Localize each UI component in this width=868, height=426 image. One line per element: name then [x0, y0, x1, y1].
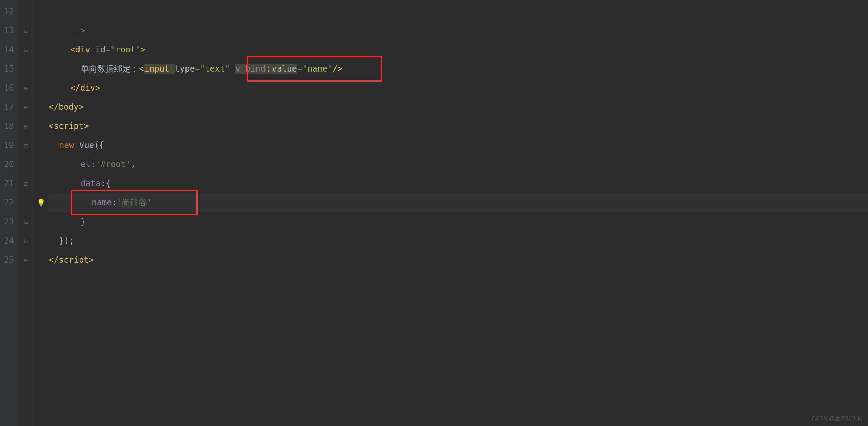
colon: :: [91, 159, 96, 169]
line-number: 12: [0, 2, 19, 21]
line-number: 14: [0, 40, 19, 59]
line-number: 13: [0, 21, 19, 40]
tag-input: input: [144, 64, 175, 74]
quote-close: ": [328, 64, 332, 74]
code-line[interactable]: });: [49, 231, 868, 251]
hint-cell: [33, 2, 49, 21]
code-line[interactable]: el:'#root',: [49, 155, 868, 174]
tag-div: div: [75, 45, 95, 55]
line-number: 25: [0, 251, 19, 270]
fold-marker: [19, 2, 33, 21]
hint-cell: [33, 98, 49, 117]
bracket-close: >: [89, 255, 94, 265]
hint-cell: [33, 174, 49, 193]
quote-open: ": [200, 64, 205, 74]
code-area[interactable]: --> <div id="root"> 单向数据绑定：<input type="…: [49, 0, 868, 426]
code-line[interactable]: -->: [49, 21, 868, 40]
code-line[interactable]: </body>: [49, 98, 868, 117]
fold-marker[interactable]: ⊟: [19, 98, 33, 117]
bracket-open: <: [70, 45, 75, 55]
hint-cell: [33, 155, 49, 174]
line-number: 15: [0, 59, 19, 79]
hint-cell: [33, 21, 49, 40]
attr-value-text: text: [205, 64, 225, 74]
line-number: 17: [0, 98, 19, 117]
bracket-close: >: [140, 45, 145, 55]
fold-marker[interactable]: ⊟: [19, 231, 33, 251]
quote-open: ": [302, 64, 307, 74]
bracket-open: </: [49, 102, 59, 112]
prop-data: data: [81, 179, 101, 188]
watermark: CSDN @生产队队长: [812, 415, 862, 423]
attr-value-bind: value: [272, 64, 297, 74]
fold-marker[interactable]: ⊟: [19, 117, 33, 136]
fold-marker[interactable]: ⊟: [19, 21, 33, 40]
hint-cell[interactable]: 💡: [33, 193, 49, 212]
hint-gutter[interactable]: 💡: [33, 0, 49, 426]
code-line[interactable]: }: [49, 212, 868, 231]
hint-cell: [33, 79, 49, 98]
code-line-active[interactable]: name:'尚硅谷': [49, 193, 868, 212]
directive-vbind: v-bind: [235, 64, 266, 74]
attr-value-name: name: [307, 64, 328, 74]
hint-cell: [33, 40, 49, 59]
code-line[interactable]: 单向数据绑定：<input type="text" v-bind:value="…: [49, 59, 868, 79]
comment-close: -->: [70, 26, 85, 35]
bracket-open: <: [49, 121, 53, 131]
hint-cell: [33, 59, 49, 79]
tag-selfclose: />: [332, 64, 342, 74]
fold-marker: [19, 155, 33, 174]
comma: ,: [131, 159, 136, 169]
fold-marker[interactable]: ⊟: [19, 79, 33, 98]
fold-marker: [19, 59, 33, 79]
bracket-open: <: [139, 64, 144, 74]
lightbulb-icon[interactable]: 💡: [36, 199, 46, 207]
code-line[interactable]: [49, 2, 868, 21]
fold-marker[interactable]: ⊟: [19, 174, 33, 193]
code-line[interactable]: new Vue({: [49, 136, 868, 155]
code-editor[interactable]: 1213141516171819202122232425 ⊟⊟⊟⊟⊟⊟⊟⊟⊟⊟ …: [0, 0, 868, 426]
fold-gutter[interactable]: ⊟⊟⊟⊟⊟⊟⊟⊟⊟⊟: [19, 0, 33, 426]
colon: :: [101, 179, 106, 188]
code-line[interactable]: <script>: [49, 117, 868, 136]
brace-close: }: [81, 217, 85, 227]
fold-marker[interactable]: ⊟: [19, 251, 33, 270]
code-line[interactable]: data:{: [49, 174, 868, 193]
tag-script-close: script: [59, 255, 89, 265]
line-number: 21: [0, 174, 19, 193]
code-line[interactable]: </script>: [49, 251, 868, 270]
bracket-close: >: [79, 102, 84, 112]
line-number: 18: [0, 117, 19, 136]
fold-marker[interactable]: ⊟: [19, 212, 33, 231]
attr-value-root: root: [115, 45, 135, 55]
line-number: 23: [0, 212, 19, 231]
attr-type: type: [175, 64, 195, 74]
equals: =: [297, 64, 302, 74]
tag-script: script: [53, 121, 84, 131]
equals: =: [105, 45, 110, 55]
space: [230, 64, 235, 74]
line-number-gutter[interactable]: 1213141516171819202122232425: [0, 0, 19, 426]
paren-open: ({: [94, 140, 104, 150]
attr-id: id: [95, 45, 105, 55]
bracket-open: </: [70, 83, 80, 93]
colon: :: [112, 198, 117, 207]
equals: =: [195, 64, 200, 74]
bracket-close: >: [84, 121, 89, 131]
hint-cell: [33, 212, 49, 231]
line-number: 19: [0, 136, 19, 155]
quote-close: ": [225, 64, 230, 74]
fold-marker: [19, 193, 33, 212]
code-line[interactable]: </div>: [49, 79, 868, 98]
keyword-new: new: [59, 140, 79, 150]
code-line[interactable]: <div id="root">: [49, 40, 868, 59]
hint-cell: [33, 251, 49, 270]
fold-marker[interactable]: ⊟: [19, 40, 33, 59]
colon: :: [266, 64, 271, 74]
line-number: 16: [0, 79, 19, 98]
quote-close: ": [135, 45, 140, 55]
line-number: 22: [0, 193, 19, 212]
fold-marker[interactable]: ⊟: [19, 136, 33, 155]
hint-cell: [33, 117, 49, 136]
prop-name: name: [92, 198, 112, 207]
